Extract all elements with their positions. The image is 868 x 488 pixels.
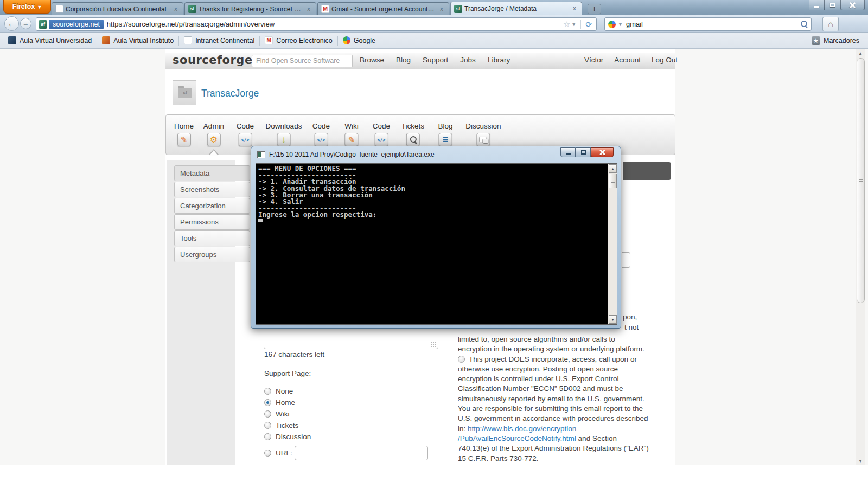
- text-line: This project DOES incorporate, access, c…: [469, 355, 637, 363]
- console-line: Ingrese la opcion respectiva:: [258, 211, 405, 218]
- sf-nav-browse[interactable]: Browse: [360, 56, 384, 64]
- search-icon[interactable]: [801, 21, 808, 28]
- bis-gov-link[interactable]: /PubAvailEncSourceCodeNotify.html: [458, 434, 576, 442]
- minimize-icon: [814, 6, 819, 8]
- radio-icon[interactable]: [264, 422, 271, 429]
- new-tab-button[interactable]: +: [588, 4, 601, 14]
- forward-button[interactable]: →: [20, 18, 31, 29]
- minimize-button[interactable]: [809, 0, 825, 10]
- browser-tab-1[interactable]: Corporación Educativa Continental x: [52, 2, 183, 15]
- code-icon: [239, 133, 252, 146]
- radio-icon[interactable]: [264, 388, 271, 395]
- partially-hidden-input[interactable]: [622, 252, 630, 268]
- sf-nav-jobs[interactable]: Jobs: [460, 56, 476, 64]
- support-option-home[interactable]: Home: [264, 399, 295, 407]
- project-tab-code2[interactable]: Code: [312, 122, 330, 146]
- sf-nav-library[interactable]: Library: [488, 56, 510, 64]
- tab-close-icon[interactable]: x: [172, 5, 180, 13]
- project-tab-code[interactable]: Code: [237, 122, 254, 146]
- project-tab-tickets[interactable]: Tickets: [401, 122, 424, 146]
- text-line: 15 C.F.R. Parts 730-772.: [458, 454, 640, 464]
- console-window[interactable]: F:\15 10 2011 Ad Proy\Codigo_fuente_ejem…: [251, 146, 621, 329]
- radio-icon[interactable]: [264, 410, 271, 418]
- console-close-button[interactable]: [591, 147, 614, 157]
- support-option-tickets[interactable]: Tickets: [264, 421, 298, 429]
- bis-gov-link[interactable]: http://www.bis.doc.gov/encryption: [468, 425, 576, 433]
- support-url-input[interactable]: [295, 446, 428, 460]
- console-output[interactable]: === MENU DE OPCIONES ===----------------…: [256, 163, 617, 325]
- bookmark-star-icon[interactable]: ☆: [563, 20, 570, 29]
- sidebar-item-categorization[interactable]: Categorization: [174, 198, 250, 214]
- radio-icon[interactable]: [458, 356, 465, 363]
- radio-checked-icon[interactable]: [264, 399, 271, 406]
- bookmark-item[interactable]: MCorreo Electronico: [260, 35, 337, 47]
- wiki-notes-icon: [345, 133, 359, 146]
- bookmark-item[interactable]: Intranet Continental: [179, 35, 259, 47]
- console-maximize-button[interactable]: [576, 147, 591, 157]
- project-tab-wiki[interactable]: Wiki: [344, 122, 359, 146]
- url-bar[interactable]: sf sourceforge.net https://sourceforge.n…: [36, 17, 597, 31]
- browser-tab-4-active[interactable]: sf TransacJorge / Metadata x: [450, 2, 582, 15]
- tab-close-icon[interactable]: x: [305, 5, 312, 13]
- tab-label: Home: [174, 122, 194, 130]
- scrollbar-thumb[interactable]: [857, 58, 865, 303]
- encryption-does-option[interactable]: This project DOES incorporate, access, c…: [458, 355, 640, 365]
- encryption-paragraph: limited to, open source algorithms and/o…: [458, 335, 640, 464]
- project-tab-downloads[interactable]: Downloads: [266, 122, 302, 146]
- sidebar-item-metadata[interactable]: Metadata: [174, 165, 250, 181]
- search-input[interactable]: gmail: [626, 20, 801, 28]
- project-tab-admin[interactable]: Admin: [203, 122, 224, 146]
- project-tab-discussion[interactable]: Discussion: [465, 122, 501, 146]
- support-option-wiki[interactable]: Wiki: [264, 410, 290, 418]
- scroll-up-icon[interactable]: ▲: [856, 49, 865, 57]
- close-button[interactable]: [840, 0, 865, 10]
- home-button[interactable]: ⌂: [822, 17, 839, 31]
- browser-tab-2[interactable]: sf Thanks for Registering - SourceForge.…: [184, 2, 316, 15]
- scroll-down-icon[interactable]: ▼: [609, 315, 617, 324]
- browser-tab-3[interactable]: M Gmail - SourceForge.net Account Det...…: [317, 2, 449, 15]
- project-tab-code3[interactable]: Code: [373, 122, 390, 146]
- radio-icon[interactable]: [264, 433, 271, 440]
- scroll-down-icon[interactable]: ▼: [856, 457, 865, 465]
- support-option-url[interactable]: URL:: [264, 449, 292, 457]
- sf-logout-link[interactable]: Log Out: [652, 56, 678, 64]
- sf-search-input[interactable]: Find Open Source Software: [252, 55, 353, 67]
- sidebar-item-tools[interactable]: Tools: [174, 230, 250, 246]
- google-engine-icon[interactable]: [608, 21, 616, 28]
- sf-account-link[interactable]: Account: [614, 56, 641, 64]
- project-title[interactable]: TransacJorge: [201, 88, 259, 99]
- sidebar-item-screenshots[interactable]: Screenshots: [174, 182, 250, 197]
- site-identity-badge[interactable]: sourceforge.net: [49, 20, 104, 29]
- url-text[interactable]: https://sourceforge.net/p/transacjorge/a…: [107, 20, 562, 28]
- sourceforge-logo[interactable]: sourceforge: [173, 54, 253, 67]
- project-tab-blog[interactable]: Blog: [438, 122, 452, 146]
- browser-titlebar: Firefox▼ Corporación Educativa Continent…: [0, 0, 868, 15]
- tab-title: Thanks for Registering - SourceForge...: [199, 5, 303, 13]
- sf-nav-blog[interactable]: Blog: [396, 56, 411, 64]
- reload-icon[interactable]: ⟳: [585, 20, 592, 29]
- bookmark-item[interactable]: Google: [338, 35, 380, 47]
- back-button[interactable]: ←: [4, 16, 19, 31]
- tab-close-icon[interactable]: x: [438, 5, 445, 13]
- scroll-up-icon[interactable]: ▲: [609, 164, 617, 173]
- sf-nav-support[interactable]: Support: [423, 56, 448, 64]
- radio-icon[interactable]: [264, 450, 271, 457]
- sidebar-item-usergroups[interactable]: Usergroups: [174, 247, 250, 262]
- firefox-menu-button[interactable]: Firefox▼: [3, 0, 51, 14]
- support-option-none[interactable]: None: [264, 387, 293, 395]
- scrollbar-thumb[interactable]: [609, 174, 617, 188]
- sf-username[interactable]: Víctor: [584, 56, 603, 64]
- engine-dropdown-icon[interactable]: ▼: [618, 22, 623, 27]
- search-box[interactable]: ▼ gmail: [604, 17, 812, 31]
- console-minimize-button[interactable]: [560, 147, 576, 157]
- bookmarks-menu[interactable]: ★ Marcadores: [812, 36, 865, 45]
- url-dropdown-icon[interactable]: ▼: [571, 22, 576, 27]
- restore-button[interactable]: [825, 0, 840, 10]
- bookmark-item[interactable]: Aula Virtual Instituto: [97, 35, 178, 47]
- support-option-discussion[interactable]: Discussion: [264, 433, 311, 441]
- project-tab-home[interactable]: Home: [174, 122, 194, 146]
- bookmark-item[interactable]: Aula Virtual Universidad: [3, 35, 97, 47]
- sidebar-item-permissions[interactable]: Permissions: [174, 214, 250, 230]
- console-scrollbar[interactable]: ▲ ▼: [608, 164, 617, 324]
- tab-close-icon[interactable]: x: [571, 5, 578, 12]
